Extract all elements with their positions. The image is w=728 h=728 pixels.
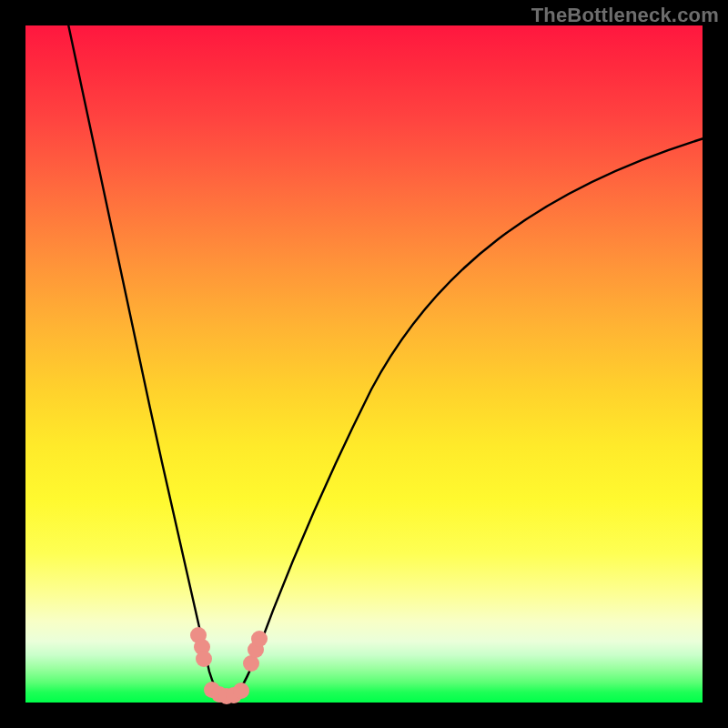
curve-right-branch (229, 136, 710, 699)
watermark-text: TheBottleneck.com (531, 4, 719, 27)
chart-frame: TheBottleneck.com (0, 0, 728, 728)
data-point (233, 682, 249, 699)
data-point (196, 651, 212, 667)
curve-left-branch (67, 20, 226, 699)
data-point (251, 631, 268, 647)
chart-plot-area (25, 25, 703, 703)
marker-group (190, 627, 268, 704)
chart-svg (25, 25, 703, 703)
